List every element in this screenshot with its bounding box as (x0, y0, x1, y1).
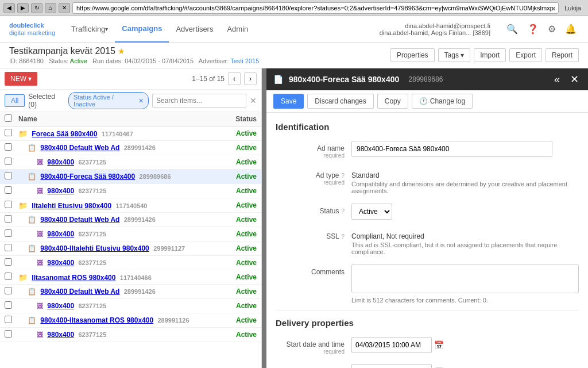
all-tab[interactable]: All (5, 94, 25, 107)
row-name-link[interactable]: 980x400 (47, 187, 74, 195)
row-name-link[interactable]: 980x400 Default Web Ad (40, 144, 119, 152)
select-all-checkbox[interactable] (5, 114, 12, 122)
row-checkbox[interactable] (5, 229, 12, 237)
row-name-link[interactable]: 980x400 Default Web Ad (40, 216, 119, 224)
start-date-input[interactable] (351, 337, 432, 353)
table-row[interactable]: 📋 980x400 Default Web Ad 289991426 Activ… (0, 213, 261, 227)
next-page-btn[interactable]: › (244, 72, 257, 85)
start-required: required (276, 348, 345, 355)
import-btn[interactable]: Import (474, 48, 506, 62)
table-row[interactable]: 🖼 980x400 62377125 Active (0, 227, 261, 241)
row-name-link[interactable]: Iltasanomat ROS 980x400 (32, 274, 115, 282)
nav-admin[interactable]: Admin (220, 16, 255, 43)
change-log-btn[interactable]: 🕐 Change log (412, 94, 473, 109)
campaign-advertiser[interactable]: Testi 2015 (230, 57, 259, 64)
table-row[interactable]: 📋 980x400-Iltalehti Etusivu 980x400 2999… (0, 241, 261, 256)
row-checkbox[interactable] (5, 201, 12, 208)
table-row[interactable]: 📁 Iltasanomat ROS 980x400 117140466 Acti… (0, 270, 261, 285)
row-name-link[interactable]: 980x400-Foreca Sää 980x400 (40, 172, 135, 181)
table-row[interactable]: 📋 980x400 Default Web Ad 289991426 Activ… (0, 141, 261, 155)
row-id: 299991127 (153, 245, 185, 252)
notifications-icon-btn[interactable]: 🔔 (563, 22, 579, 36)
search-input[interactable] (152, 94, 246, 108)
forward-btn[interactable]: ▶ (17, 3, 29, 13)
table-row[interactable]: 📋 980x400-Foreca Sää 980x400 289989686 A… (0, 170, 261, 184)
row-status: Active (236, 230, 257, 238)
comments-textarea[interactable] (351, 264, 579, 293)
row-name-link[interactable]: 980x400 (47, 158, 74, 166)
export-btn[interactable]: Export (509, 48, 542, 62)
nav-campaigns[interactable]: Campaigns (115, 16, 169, 43)
row-id: 62377125 (78, 259, 106, 266)
nav-advertisers[interactable]: Advertisers (169, 16, 220, 43)
table-row[interactable]: 🖼 980x400 62377125 Active (0, 299, 261, 313)
campaign-dates: 04/02/2015 - 07/04/2015 (125, 57, 194, 64)
copy-btn[interactable]: Copy (377, 94, 408, 109)
save-btn[interactable]: Save (273, 94, 304, 109)
row-checkbox[interactable] (5, 215, 12, 223)
tags-btn[interactable]: Tags ▾ (438, 48, 471, 62)
status-filter-close[interactable]: ✕ (138, 97, 144, 105)
row-checkbox[interactable] (5, 143, 12, 151)
row-checkbox[interactable] (5, 316, 12, 323)
refresh-btn[interactable]: ↻ (31, 3, 42, 13)
table-row[interactable]: 🖼 980x400 62377125 Active (0, 184, 261, 198)
settings-icon-btn[interactable]: ⚙ (546, 22, 558, 36)
home-btn[interactable]: ⌂ (45, 3, 56, 13)
start-cal-icon[interactable]: 📅 (434, 340, 444, 350)
row-checkbox[interactable] (5, 244, 12, 251)
row-name-link[interactable]: 980x400-Iltalehti Etusivu 980x400 (40, 244, 149, 252)
row-checkbox[interactable] (5, 158, 12, 165)
row-name-link[interactable]: 980x400 (47, 331, 74, 339)
row-checkbox[interactable] (5, 330, 12, 338)
row-checkbox[interactable] (5, 273, 12, 280)
logo-top: doubleclick (9, 22, 55, 29)
campaign-star[interactable]: ★ (118, 47, 125, 56)
status-filter[interactable]: Status Active / Inactive ✕ (68, 92, 149, 109)
modal-collapse-btn[interactable]: « (552, 74, 562, 86)
search-icon-btn[interactable]: 🔍 (504, 22, 520, 36)
row-name-link[interactable]: Foreca Sää 980x400 (32, 130, 97, 138)
row-checkbox[interactable] (5, 258, 12, 266)
stop-btn[interactable]: ✕ (59, 3, 70, 13)
ssl-status: Compliant, Not required (351, 232, 579, 240)
row-checkbox[interactable] (5, 172, 12, 179)
table-row[interactable]: 🖼 980x400 62377125 Active (0, 328, 261, 342)
discard-btn[interactable]: Discard changes (307, 94, 373, 109)
table-row[interactable]: 🖼 980x400 62377125 Active (0, 256, 261, 270)
properties-btn[interactable]: Properties (390, 48, 435, 62)
table-row[interactable]: 📁 Iltalehti Etusivu 980x400 117140540 Ac… (0, 198, 261, 213)
row-checkbox[interactable] (5, 129, 12, 136)
prev-page-btn[interactable]: ‹ (228, 72, 241, 85)
row-checkbox[interactable] (5, 287, 12, 294)
ssl-value: Compliant, Not required This ad is SSL-c… (351, 229, 579, 255)
row-checkbox[interactable] (5, 186, 12, 194)
nav-trafficking[interactable]: Trafficking (64, 16, 115, 43)
back-btn[interactable]: ◀ (3, 3, 15, 13)
image-icon: 🖼 (37, 231, 43, 237)
modal-close-btn[interactable]: ✕ (568, 73, 581, 86)
end-date-input[interactable] (351, 364, 432, 368)
search-clear-btn[interactable]: ✕ (250, 96, 257, 105)
report-btn[interactable]: Report (546, 48, 579, 62)
row-name-link[interactable]: 980x400 (47, 259, 74, 267)
status-select[interactable]: Active (351, 204, 392, 220)
row-name-link[interactable]: 980x400 (47, 230, 74, 238)
url-bar[interactable] (72, 2, 559, 14)
row-checkbox[interactable] (5, 301, 12, 309)
table-row[interactable]: 📋 980x400 Default Web Ad 289991426 Activ… (0, 285, 261, 299)
table-row[interactable]: 📋 980x400-Iltasanomat ROS 980x400 289991… (0, 313, 261, 328)
row-name-link[interactable]: 980x400 Default Web Ad (40, 288, 119, 296)
col-status-header: Status (211, 115, 257, 123)
ssl-label: SSL ? (276, 229, 345, 240)
new-btn[interactable]: NEW ▾ (5, 72, 37, 86)
row-id: 62377125 (78, 302, 106, 309)
help-icon-btn[interactable]: ❓ (525, 22, 541, 36)
row-name-link[interactable]: Iltalehti Etusivu 980x400 (32, 202, 111, 210)
row-name-link[interactable]: 980x400-Iltasanomat ROS 980x400 (40, 316, 153, 324)
table-row[interactable]: 📁 Foreca Sää 980x400 117140467 Active (0, 126, 261, 141)
ad-type-label: Ad type ? required (276, 168, 345, 186)
row-name-link[interactable]: 980x400 (47, 302, 74, 310)
table-row[interactable]: 🖼 980x400 62377125 Active (0, 155, 261, 170)
ad-name-input[interactable] (351, 141, 552, 157)
